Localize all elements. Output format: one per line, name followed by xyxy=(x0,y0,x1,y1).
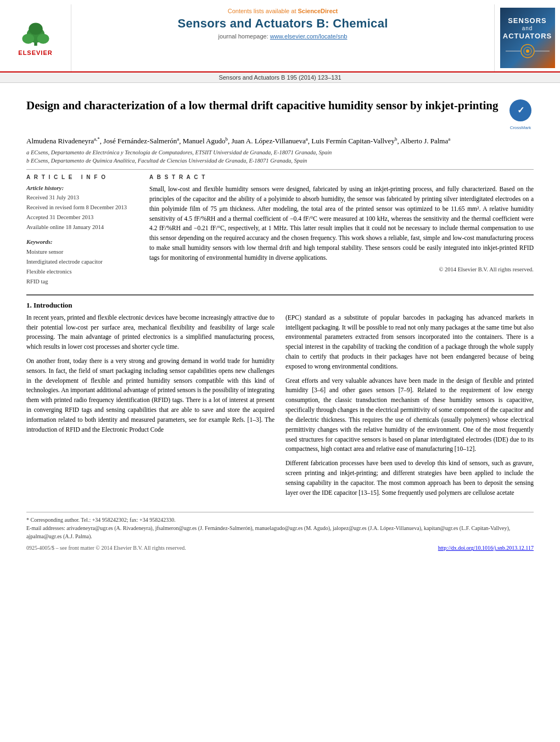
keywords-section: Keywords: Moisture sensor Interdigitated… xyxy=(26,238,136,286)
header-divider xyxy=(26,169,534,170)
received-date: Received 31 July 2013 xyxy=(26,193,136,203)
article-info-header: A R T I C L E I N F O xyxy=(26,174,136,180)
article-info-abstract: A R T I C L E I N F O Article history: R… xyxy=(26,174,534,287)
keyword-moisture: Moisture sensor xyxy=(26,247,136,257)
sciencedirect-link: Contents lists available at ScienceDirec… xyxy=(228,8,338,14)
footnote-corresponding: * Corresponding author. Tel.: +34 958242… xyxy=(26,516,534,524)
intro-section-title: 1. Introduction xyxy=(26,301,534,310)
page: ELSEVIER Contents lists available at Sci… xyxy=(0,0,560,561)
elsevier-tree-icon xyxy=(11,20,60,47)
body-col-right: (EPC) standard as a substitute of popula… xyxy=(285,313,534,503)
intro-p2: On another front, today there is a very … xyxy=(26,356,275,435)
abstract-column: A B S T R A C T Small, low-cost and flex… xyxy=(149,174,534,287)
intro-p1: In recent years, printed and flexible el… xyxy=(26,313,275,352)
available-date: Available online 18 January 2014 xyxy=(26,223,136,232)
abstract-text: Small, low-cost and flexible humidity se… xyxy=(149,185,534,263)
intro-p4: Great efforts and very valuable advances… xyxy=(285,376,534,455)
article-meta-bar: Sensors and Actuators B 195 (2014) 123–1… xyxy=(0,72,560,83)
journal-homepage: journal homepage: www.elsevier.com/locat… xyxy=(219,33,348,40)
article-history-label: Article history: xyxy=(26,185,136,191)
accepted-date: Accepted 31 December 2013 xyxy=(26,213,136,222)
copyright-line: © 2014 Elsevier B.V. All rights reserved… xyxy=(149,266,534,272)
footnote-emails: E-mail addresses: arivadeneyra@ugr.es (A… xyxy=(26,524,534,540)
svg-point-3 xyxy=(37,34,49,43)
svg-point-4 xyxy=(29,23,42,35)
journal-center: Contents lists available at ScienceDirec… xyxy=(71,4,494,71)
keyword-rfid: RFID tag xyxy=(26,277,136,287)
affiliation-a: a ECsens, Departamento de Electrónica y … xyxy=(26,149,534,157)
intro-p3: (EPC) standard as a substitute of popula… xyxy=(285,313,534,372)
keywords-label: Keywords: xyxy=(26,238,136,245)
journal-homepage-link[interactable]: www.elsevier.com/locate/snb xyxy=(270,33,348,40)
main-content: Design and characterization of a low the… xyxy=(0,83,560,561)
article-info-column: A R T I C L E I N F O Article history: R… xyxy=(26,174,136,287)
intro-p5: Different fabrication processes have bee… xyxy=(285,459,534,498)
sensors-logo-inner: SENSORS and ACTUATORS xyxy=(500,8,555,68)
crossmark-badge[interactable]: ✓ CrossMark xyxy=(507,98,534,130)
article-dates: Received 31 July 2013 Received in revise… xyxy=(26,193,136,232)
body-two-col: In recent years, printed and flexible el… xyxy=(26,313,534,503)
keyword-flexible: Flexible electronics xyxy=(26,267,136,277)
footer-section: * Corresponding author. Tel.: +34 958242… xyxy=(26,512,534,551)
authors-line: Almudena Rivadeneyraa,*, José Fernández-… xyxy=(26,136,534,147)
svg-text:✓: ✓ xyxy=(517,105,524,115)
journal-title-header: Sensors and Actuators B: Chemical xyxy=(177,16,388,31)
affiliation-b: b ECsens, Departamento de Química Analít… xyxy=(26,157,534,165)
body-col-left: In recent years, printed and flexible el… xyxy=(26,313,275,503)
sensors-logo-text: SENSORS and ACTUATORS xyxy=(503,16,552,40)
sensors-decoration-icon xyxy=(506,43,550,59)
article-title: Design and characterization of a low the… xyxy=(26,98,501,113)
journal-header: ELSEVIER Contents lists available at Sci… xyxy=(0,0,560,72)
sensors-logo-box: SENSORS and ACTUATORS xyxy=(494,4,560,71)
issn-line: 0925-4005/$ – see front matter © 2014 El… xyxy=(26,545,186,551)
doi-link[interactable]: http://dx.doi.org/10.1016/j.snb.2013.12.… xyxy=(438,545,534,551)
received-revised-date: Received in revised form 8 December 2013 xyxy=(26,203,136,213)
elsevier-logo: ELSEVIER xyxy=(0,4,71,71)
body-divider xyxy=(26,294,534,295)
elsevier-wordmark: ELSEVIER xyxy=(18,49,52,56)
keyword-interdigitated: Interdigitated electrode capacitor xyxy=(26,257,136,267)
svg-point-2 xyxy=(22,34,34,43)
page-footer: 0925-4005/$ – see front matter © 2014 El… xyxy=(26,545,534,551)
crossmark-icon: ✓ xyxy=(508,98,533,122)
article-title-section: Design and characterization of a low the… xyxy=(26,93,534,130)
affiliations: a ECsens, Departamento de Electrónica y … xyxy=(26,149,534,165)
abstract-header: A B S T R A C T xyxy=(149,174,534,180)
svg-point-7 xyxy=(526,49,529,53)
